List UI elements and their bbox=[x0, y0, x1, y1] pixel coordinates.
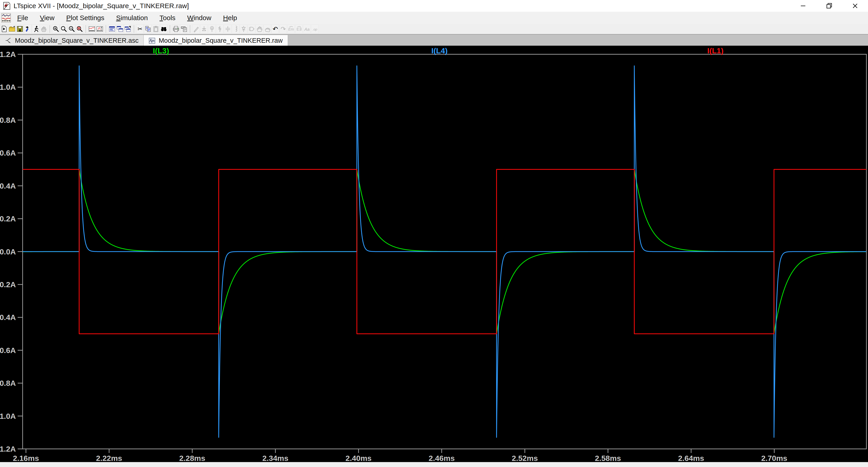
print-button[interactable] bbox=[172, 24, 180, 33]
component-button[interactable] bbox=[248, 24, 255, 33]
close-icon bbox=[851, 2, 859, 10]
menu-bar: FileViewPlot SettingsSimulationToolsWind… bbox=[0, 12, 868, 24]
menu-simulation[interactable]: Simulation bbox=[110, 12, 154, 24]
x-tick-label: 2.16ms bbox=[13, 454, 39, 462]
zoom-in-icon bbox=[53, 26, 59, 32]
menu-help[interactable]: Help bbox=[217, 12, 243, 24]
cut-button[interactable]: ✂ bbox=[136, 24, 144, 33]
label-net-button[interactable]: A bbox=[208, 24, 216, 33]
redo-icon: ↷ bbox=[280, 26, 287, 32]
menu-tools[interactable]: Tools bbox=[154, 12, 181, 24]
control-panel-icon bbox=[25, 26, 31, 32]
new-schematic-button[interactable] bbox=[0, 24, 8, 33]
x-tick-label: 2.22ms bbox=[96, 454, 122, 462]
rotate-button[interactable]: E∃ bbox=[295, 24, 303, 33]
toolbar-separator bbox=[132, 25, 134, 33]
plot-settings-button[interactable] bbox=[96, 24, 103, 33]
x-tick-label: 2.40ms bbox=[345, 454, 371, 462]
undo-icon: ↶ bbox=[272, 26, 279, 32]
mirror-button[interactable]: Em bbox=[287, 24, 295, 33]
wire-button[interactable] bbox=[192, 24, 200, 33]
open-button[interactable] bbox=[8, 24, 16, 33]
pick-traces-button[interactable] bbox=[124, 24, 131, 33]
copy-button[interactable] bbox=[144, 24, 152, 33]
resistor-button[interactable] bbox=[216, 24, 223, 33]
zoom-out-button[interactable] bbox=[68, 24, 75, 33]
status-bar bbox=[0, 462, 868, 467]
print-preview-button[interactable] bbox=[180, 24, 188, 33]
capacitor-button[interactable] bbox=[224, 24, 231, 33]
tab-bar: Moodz_bipolar_Square_v_TINKERER.ascMoodz… bbox=[0, 34, 868, 46]
diode-icon bbox=[240, 26, 247, 32]
minimize-button[interactable] bbox=[790, 0, 816, 12]
tile-windows-button[interactable] bbox=[116, 24, 124, 33]
menu-plot-settings[interactable]: Plot Settings bbox=[60, 12, 110, 24]
zoom-back-button[interactable] bbox=[60, 24, 67, 33]
y-tick-label: 0.8A bbox=[0, 116, 16, 124]
zoom-full-button[interactable] bbox=[76, 24, 83, 33]
rotate-icon: E∃ bbox=[296, 26, 303, 32]
x-tick-label: 2.28ms bbox=[179, 454, 205, 462]
minimize-icon bbox=[799, 2, 807, 10]
y-tick-label: 0.4A bbox=[0, 182, 16, 190]
y-tick-label: -0.2A bbox=[0, 280, 16, 289]
control-panel-button[interactable] bbox=[24, 24, 31, 33]
plot-settings-icon bbox=[96, 26, 103, 32]
svg-text:↷: ↷ bbox=[280, 26, 286, 32]
trace-il4[interactable] bbox=[23, 66, 866, 437]
toolbar-separator bbox=[84, 25, 86, 33]
spice-directive-button[interactable]: .op bbox=[311, 24, 318, 33]
halt-icon bbox=[40, 26, 47, 32]
svg-text:E∃: E∃ bbox=[296, 27, 301, 31]
drag-icon bbox=[264, 26, 271, 32]
x-tick-label: 2.70ms bbox=[761, 454, 787, 462]
open-icon bbox=[9, 26, 16, 32]
menu-window[interactable]: Window bbox=[181, 12, 217, 24]
y-tick-label: 0.2A bbox=[0, 214, 16, 223]
resistor-icon bbox=[216, 26, 223, 32]
svg-text:↶: ↶ bbox=[273, 26, 278, 32]
diode-button[interactable] bbox=[240, 24, 247, 33]
y-tick-label: -0.4A bbox=[0, 313, 16, 321]
tab-schematic[interactable]: Moodz_bipolar_Square_v_TINKERER.asc bbox=[0, 35, 144, 46]
x-tick-label: 2.34ms bbox=[262, 454, 288, 462]
pick-traces-icon bbox=[124, 26, 131, 32]
new-schematic-icon bbox=[1, 26, 7, 32]
text-icon: Aa bbox=[304, 26, 310, 32]
svg-text:✂: ✂ bbox=[137, 26, 143, 32]
autorange-button[interactable] bbox=[88, 24, 95, 33]
legend-il4[interactable]: I(L4) bbox=[431, 46, 448, 55]
tab-label: Moodz_bipolar_Square_v_TINKERER.asc bbox=[15, 37, 138, 44]
menu-items: FileViewPlot SettingsSimulationToolsWind… bbox=[11, 12, 243, 24]
menu-view[interactable]: View bbox=[34, 12, 60, 24]
drag-button[interactable] bbox=[264, 24, 271, 33]
legend-il1[interactable]: I(L1) bbox=[707, 46, 723, 55]
move-button[interactable] bbox=[256, 24, 263, 33]
redo-button[interactable]: ↷ bbox=[279, 24, 287, 33]
ground-button[interactable] bbox=[200, 24, 208, 33]
text-button[interactable]: Aa bbox=[303, 24, 311, 33]
undo-button[interactable]: ↶ bbox=[272, 24, 279, 33]
zoom-full-icon bbox=[76, 26, 83, 32]
legend-il3[interactable]: I(L3) bbox=[153, 46, 169, 55]
menu-file[interactable]: File bbox=[11, 12, 34, 24]
svg-text:Em: Em bbox=[288, 27, 294, 31]
title-bar: LTspice XVII - [Moodz_bipolar_Square_v_T… bbox=[0, 0, 868, 12]
x-tick-label: 2.58ms bbox=[595, 454, 621, 462]
paste-button[interactable] bbox=[152, 24, 159, 33]
zoom-in-button[interactable] bbox=[52, 24, 60, 33]
halt-button[interactable] bbox=[40, 24, 47, 33]
close-button[interactable] bbox=[842, 0, 868, 12]
tab-waveform[interactable]: Moodz_bipolar_Square_v_TINKERER.raw bbox=[144, 35, 288, 46]
y-tick-label: -0.8A bbox=[0, 379, 16, 387]
label-net-icon: A bbox=[209, 26, 215, 32]
x-tick-label: 2.46ms bbox=[429, 454, 455, 462]
netlist-button[interactable] bbox=[108, 24, 116, 33]
waveform-plot-area[interactable]: 1.2A1.0A0.8A0.6A0.4A0.2A0.0A-0.2A-0.4A-0… bbox=[0, 46, 868, 462]
inductor-button[interactable] bbox=[232, 24, 239, 33]
run-button[interactable] bbox=[32, 24, 39, 33]
find-button[interactable] bbox=[160, 24, 167, 33]
x-tick-label: 2.64ms bbox=[678, 454, 704, 462]
save-button[interactable] bbox=[16, 24, 24, 33]
restore-button[interactable] bbox=[816, 0, 842, 12]
